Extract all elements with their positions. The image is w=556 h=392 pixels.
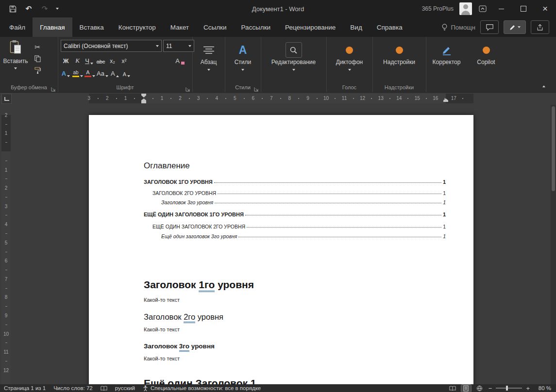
tab-stop-selector[interactable]: [1, 94, 12, 104]
toc-entry[interactable]: ЕЩЁ ОДИН ЗАГОЛОВОК 2ГО УРОВНЯ1: [152, 224, 446, 229]
tab-file[interactable]: Файл: [2, 17, 33, 37]
ruler-number: 10: [323, 96, 329, 101]
font-size-combobox[interactable]: 11: [163, 40, 194, 52]
copilot-button[interactable]: Copilot: [467, 37, 505, 65]
shrink-font-button[interactable]: А: [121, 67, 132, 78]
ruler-number: 3: [5, 203, 8, 209]
font-name-combobox[interactable]: Calibri (Основной текст): [61, 40, 162, 52]
body-paragraph: Какой-то текст: [144, 327, 446, 332]
change-case-button[interactable]: Aa: [97, 67, 108, 78]
toc-entry-label: Заголовок 3го уровня: [161, 199, 213, 205]
account-label[interactable]: 365 ProPlus: [422, 5, 454, 12]
dictate-button[interactable]: Диктофон: [326, 37, 372, 71]
superscript-button[interactable]: x²: [119, 54, 129, 65]
ruler-tick: [5, 179, 7, 179]
tab-home[interactable]: Главная: [33, 17, 72, 37]
vertical-scrollbar[interactable]: [551, 105, 556, 384]
toc-entry[interactable]: Ещё один заголовок 3го уровня1: [161, 233, 446, 239]
zoom-slider[interactable]: [496, 388, 522, 389]
ruler-number: 4: [215, 96, 218, 101]
strikethrough-button[interactable]: abc: [96, 54, 106, 65]
ruler-tick: [5, 215, 7, 215]
accessibility-status[interactable]: Специальные возможности: все в порядке: [143, 385, 261, 392]
clear-formatting-button[interactable]: А: [175, 54, 185, 65]
assistant-button[interactable]: Помощн: [441, 23, 475, 32]
zoom-percentage[interactable]: 80 %: [534, 385, 551, 391]
tab-design[interactable]: Конструктор: [111, 17, 163, 37]
font-dialog-launcher-icon[interactable]: [185, 85, 190, 90]
draw-pen-button[interactable]: [504, 20, 526, 34]
underline-chevron-icon: [90, 63, 93, 65]
toc-leader-dots: [215, 203, 441, 203]
zoom-out-button[interactable]: −: [489, 385, 492, 392]
toc-page-number: 1: [443, 199, 446, 205]
toc-entry[interactable]: ЕЩЁ ОДИН ЗАГОЛОВОК 1ГО УРОВНЯ1: [144, 212, 446, 217]
ruler-tick: [116, 98, 117, 99]
tab-review[interactable]: Рецензирование: [278, 17, 343, 37]
tab-references[interactable]: Ссылки: [196, 17, 234, 37]
close-button[interactable]: [534, 0, 556, 17]
paste-button[interactable]: Вставить: [3, 40, 28, 80]
tab-help[interactable]: Справка: [370, 17, 410, 37]
toc-entry[interactable]: ЗАГОЛОВОК 2ГО УРОВНЯ1: [152, 190, 446, 196]
zoom-in-button[interactable]: +: [526, 385, 530, 392]
format-painter-button[interactable]: [31, 65, 44, 76]
grow-font-button[interactable]: А: [110, 67, 120, 78]
word-count[interactable]: Число слов: 72: [53, 385, 93, 391]
ruler-number: 7: [5, 276, 8, 281]
document-page[interactable]: Оглавление ЗАГОЛОВОК 1ГО УРОВНЯ1 ЗАГОЛОВ…: [89, 115, 473, 384]
body-paragraph: Какой-то текст: [144, 356, 446, 361]
scrollbar-thumb[interactable]: [552, 106, 555, 191]
ruler-number: 5: [234, 96, 236, 101]
left-indent-marker[interactable]: [141, 102, 146, 103]
ribbon-display-options-icon[interactable]: [478, 4, 488, 14]
addins-label: Надстройки: [383, 59, 415, 65]
customize-qat-chevron-icon[interactable]: [56, 8, 59, 10]
styles-menu-button[interactable]: Стили: [225, 37, 261, 71]
cut-button[interactable]: [31, 42, 44, 52]
zoom-slider-thumb[interactable]: [506, 386, 508, 391]
editing-menu-button[interactable]: Редактирование: [261, 37, 326, 71]
copy-button[interactable]: [31, 53, 44, 64]
web-layout-button[interactable]: [475, 385, 485, 392]
share-button[interactable]: [531, 20, 549, 34]
print-layout-button[interactable]: [461, 385, 471, 392]
editor-button[interactable]: Корректор: [426, 37, 467, 65]
toc-page-number: 1: [443, 224, 446, 229]
ruler-number: 8: [288, 96, 291, 101]
toc-entry[interactable]: Заголовок 3го уровня1: [161, 199, 446, 205]
font-color-button[interactable]: А: [84, 67, 95, 78]
paragraph-menu-button[interactable]: Абзац: [192, 37, 225, 71]
text-effects-button[interactable]: А: [61, 67, 71, 78]
ruler-tick: [407, 98, 408, 99]
editor-pen-icon: [441, 43, 452, 57]
maximize-button[interactable]: [512, 0, 534, 17]
read-mode-button[interactable]: [448, 385, 457, 392]
page-indicator[interactable]: Страница 1 из 1: [4, 385, 46, 391]
ruler-tick: [426, 98, 427, 99]
tab-insert[interactable]: Вставка: [72, 17, 111, 37]
ruler-number: 3: [88, 96, 91, 101]
highlight-button[interactable]: ab: [72, 67, 83, 78]
avatar[interactable]: [459, 2, 472, 15]
language-indicator[interactable]: русский: [115, 385, 135, 391]
proofing-status-button[interactable]: [101, 386, 107, 391]
tab-view[interactable]: Вид: [343, 17, 369, 37]
underline-button[interactable]: Ч: [84, 54, 94, 65]
save-icon[interactable]: [8, 4, 17, 14]
clipboard-dialog-launcher-icon[interactable]: [51, 85, 56, 90]
comments-button[interactable]: [480, 20, 499, 34]
toc-entry[interactable]: ЗАГОЛОВОК 1ГО УРОВНЯ1: [144, 179, 446, 185]
addins-button[interactable]: Надстройки: [372, 37, 426, 65]
collapse-ribbon-chevron-icon[interactable]: [539, 83, 548, 89]
minimize-button[interactable]: [490, 0, 512, 17]
scissors-icon: [34, 43, 40, 51]
undo-icon[interactable]: [24, 4, 34, 14]
styles-dialog-launcher-icon[interactable]: [254, 85, 259, 90]
tab-mailings[interactable]: Рассылки: [234, 17, 278, 37]
subscript-button[interactable]: x₂: [107, 54, 118, 65]
tab-layout[interactable]: Макет: [163, 17, 196, 37]
italic-button[interactable]: К: [72, 54, 83, 65]
minimize-icon: [499, 9, 504, 9]
bold-button[interactable]: Ж: [61, 54, 71, 65]
